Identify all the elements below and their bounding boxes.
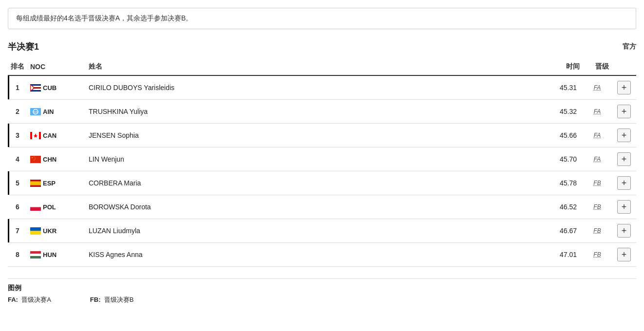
legend-fb-key: FB: bbox=[90, 296, 101, 303]
header-advance: 晋级 bbox=[583, 58, 612, 75]
header-action bbox=[612, 58, 636, 75]
cell-name: CORBERA Maria bbox=[86, 171, 518, 195]
expand-button[interactable]: + bbox=[617, 176, 631, 190]
svg-rect-26 bbox=[30, 227, 41, 231]
flag-icon bbox=[30, 203, 41, 211]
cell-action: + bbox=[612, 124, 636, 147]
cell-spacer bbox=[518, 124, 544, 147]
section-title: 半决赛1 bbox=[8, 41, 39, 53]
cell-rank: 8 bbox=[8, 243, 27, 267]
table-row: 7 UKR LUZAN Liudmyla46.67FB+ bbox=[8, 219, 636, 243]
cell-time: 46.52 bbox=[544, 195, 583, 219]
noc-code: UKR bbox=[43, 227, 57, 235]
svg-rect-14 bbox=[30, 156, 41, 163]
cell-noc: ESP bbox=[27, 171, 86, 195]
cell-rank: 3 bbox=[8, 124, 27, 147]
expand-button[interactable]: + bbox=[617, 81, 631, 94]
flag-icon bbox=[30, 84, 41, 92]
flag-icon: AIN bbox=[30, 108, 41, 115]
cell-name: LIN Wenjun bbox=[86, 147, 518, 171]
cell-spacer bbox=[518, 100, 544, 124]
cell-action: + bbox=[612, 171, 636, 195]
flag-icon bbox=[30, 251, 41, 258]
flag-icon bbox=[30, 180, 41, 187]
cell-rank: 1 bbox=[8, 75, 27, 100]
header-noc: NOC bbox=[27, 58, 86, 75]
cell-advance: FB bbox=[583, 195, 612, 219]
cell-noc: UKR bbox=[27, 219, 86, 243]
noc-code: CHN bbox=[43, 156, 57, 163]
svg-rect-25 bbox=[30, 207, 41, 211]
expand-button[interactable]: + bbox=[617, 105, 631, 118]
table-row: 8 HUN KISS Agnes Anna47.01FB+ bbox=[8, 243, 636, 267]
header-rank: 排名 bbox=[8, 58, 27, 75]
noc-code: POL bbox=[43, 203, 56, 211]
cell-time: 45.70 bbox=[544, 147, 583, 171]
cell-time: 45.66 bbox=[544, 124, 583, 147]
cell-noc: AIN AIN bbox=[27, 100, 86, 124]
noc-code: ESP bbox=[43, 180, 56, 187]
expand-button[interactable]: + bbox=[617, 224, 631, 238]
cell-name: KISS Agnes Anna bbox=[86, 243, 518, 267]
cell-time: 45.32 bbox=[544, 100, 583, 124]
legend-fa-key: FA: bbox=[8, 296, 18, 303]
svg-rect-23 bbox=[30, 185, 41, 187]
cell-advance: FB bbox=[583, 243, 612, 267]
cell-action: + bbox=[612, 75, 636, 100]
header-spacer bbox=[518, 58, 544, 75]
svg-rect-22 bbox=[30, 180, 41, 181]
legend-item-fa: FA: 晋级决赛A bbox=[8, 295, 51, 304]
flag-icon bbox=[30, 132, 41, 139]
expand-button[interactable]: + bbox=[617, 152, 631, 166]
cell-time: 45.31 bbox=[544, 75, 583, 100]
cell-advance: FB bbox=[583, 219, 612, 243]
expand-button[interactable]: + bbox=[617, 248, 631, 261]
cell-action: + bbox=[612, 100, 636, 124]
cell-spacer bbox=[518, 147, 544, 171]
legend: 图例 FA: 晋级决赛A FB: 晋级决赛B bbox=[8, 278, 636, 304]
noc-code: CAN bbox=[43, 132, 57, 139]
cell-advance: FA bbox=[583, 75, 612, 100]
noc-code: AIN bbox=[43, 108, 54, 115]
table-row: 2 AIN AIN TRUSHKINA Yuliya45.32FA+ bbox=[8, 100, 636, 124]
cell-spacer bbox=[518, 195, 544, 219]
cell-name: CIRILO DUBOYS Yarisleidis bbox=[86, 75, 518, 100]
svg-rect-28 bbox=[30, 251, 41, 254]
cell-noc: POL bbox=[27, 195, 86, 219]
svg-rect-11 bbox=[30, 132, 32, 139]
svg-text:AIN: AIN bbox=[34, 110, 38, 113]
notice-text: 每组成绩最好的4名选手晋级决赛A，其余选手参加决赛B。 bbox=[16, 14, 192, 22]
cell-name: TRUSHKINA Yuliya bbox=[86, 100, 518, 124]
cell-action: + bbox=[612, 219, 636, 243]
flag-icon bbox=[30, 156, 41, 163]
cell-advance: FA bbox=[583, 147, 612, 171]
cell-noc: CUB bbox=[27, 75, 86, 100]
cell-advance: FA bbox=[583, 124, 612, 147]
flag-icon bbox=[30, 227, 41, 235]
cell-spacer bbox=[518, 243, 544, 267]
expand-button[interactable]: + bbox=[617, 129, 631, 142]
header-name: 姓名 bbox=[86, 58, 518, 75]
cell-name: LUZAN Liudmyla bbox=[86, 219, 518, 243]
cell-spacer bbox=[518, 219, 544, 243]
cell-rank: 5 bbox=[8, 171, 27, 195]
table-row: 1 CUB CIRILO DUBOYS Yarisleidis45.31FA+ bbox=[8, 75, 636, 100]
legend-title: 图例 bbox=[8, 284, 636, 293]
cell-name: JENSEN Sophia bbox=[86, 124, 518, 147]
noc-code: HUN bbox=[43, 251, 57, 258]
svg-rect-24 bbox=[30, 203, 41, 207]
cell-rank: 2 bbox=[8, 100, 27, 124]
legend-row: FA: 晋级决赛A FB: 晋级决赛B bbox=[8, 295, 636, 304]
cell-spacer bbox=[518, 171, 544, 195]
cell-rank: 7 bbox=[8, 219, 27, 243]
table-row: 3 CAN JENSEN Sophia45.66FA+ bbox=[8, 124, 636, 147]
header-time: 时间 bbox=[544, 58, 583, 75]
svg-rect-21 bbox=[30, 181, 41, 185]
cell-action: + bbox=[612, 147, 636, 171]
cell-noc: CAN bbox=[27, 124, 86, 147]
cell-action: + bbox=[612, 243, 636, 267]
expand-button[interactable]: + bbox=[617, 200, 631, 214]
svg-rect-29 bbox=[30, 254, 41, 256]
svg-rect-27 bbox=[30, 231, 41, 235]
official-label: 官方 bbox=[623, 42, 636, 51]
